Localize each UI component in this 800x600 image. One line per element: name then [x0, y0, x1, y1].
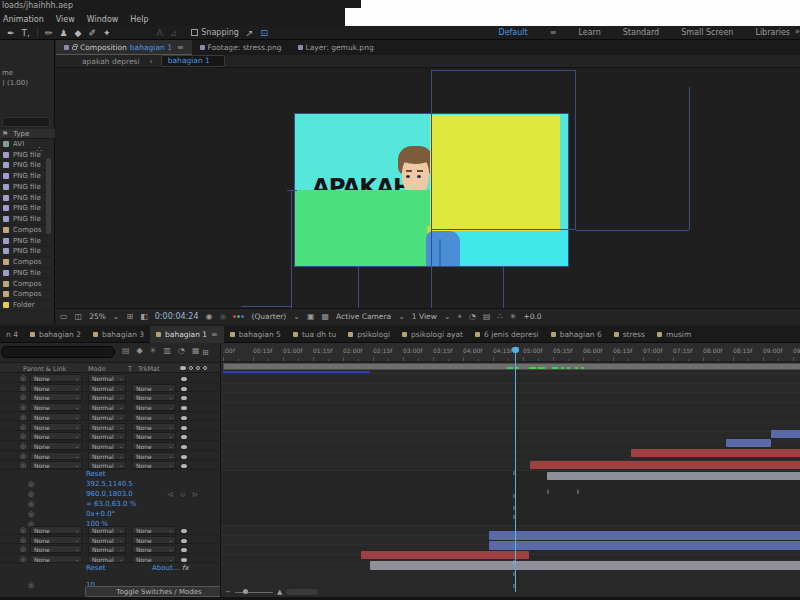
- layer-visibility-icon[interactable]: [181, 416, 187, 420]
- breadcrumb-current-comp[interactable]: bahagian 1: [161, 55, 225, 67]
- camera-view-value[interactable]: Active Camera: [336, 312, 391, 321]
- mask-visibility-icon[interactable]: ◧: [140, 312, 148, 321]
- parent-pickwhip-icon[interactable]: ◎: [20, 384, 26, 392]
- view-layout-chevron-icon[interactable]: ⌄: [444, 312, 451, 321]
- playhead-handle[interactable]: [512, 347, 519, 353]
- trkmat-dropdown[interactable]: None⌄: [132, 536, 176, 544]
- layer-visibility-icon[interactable]: [181, 406, 187, 410]
- parent-pickwhip-icon[interactable]: ◎: [20, 545, 26, 553]
- parent-link-dropdown[interactable]: None⌄: [30, 423, 82, 431]
- timeline-tab-psikologi-ayat[interactable]: psikologi ayat: [396, 326, 469, 343]
- viewer-tab-2[interactable]: Layer: gemuk.png: [290, 40, 382, 55]
- draft-3d-icon[interactable]: ◆: [137, 346, 143, 355]
- anchor-point-value[interactable]: 392.5,1140.5: [86, 480, 133, 488]
- timeline-track-area[interactable]: :00f00:15f01:00f01:15f02:00f02:15f03:00f…: [220, 343, 800, 600]
- shy-layers-icon[interactable]: ✳: [150, 346, 157, 355]
- parent-link-dropdown[interactable]: None⌄: [30, 442, 82, 450]
- parent-link-dropdown[interactable]: None⌄: [30, 545, 82, 553]
- parent-link-dropdown[interactable]: None⌄: [30, 384, 82, 392]
- workspace-default[interactable]: Default: [498, 26, 527, 40]
- blend-mode-dropdown[interactable]: Normal⌄: [88, 432, 126, 440]
- blend-mode-dropdown[interactable]: Normal⌄: [88, 403, 126, 411]
- blend-mode-dropdown[interactable]: Normal⌄: [88, 536, 126, 544]
- zoom-slider-thumb[interactable]: [243, 589, 248, 594]
- blend-mode-dropdown[interactable]: Normal⌄: [88, 413, 126, 421]
- grid-guides-icon[interactable]: ⊞: [127, 312, 134, 321]
- layer-bar[interactable]: [361, 551, 529, 559]
- trkmat-dropdown[interactable]: None⌄: [132, 555, 176, 563]
- fast-previews-icon[interactable]: ◔: [469, 312, 476, 321]
- layer-visibility-icon[interactable]: [181, 377, 187, 381]
- rotation-value[interactable]: 0x+0.0°: [86, 510, 115, 518]
- menu-help[interactable]: Help: [130, 13, 148, 26]
- blend-mode-dropdown[interactable]: Normal⌄: [88, 555, 126, 563]
- timeline-tab-bahagian-2[interactable]: bahagian 2: [24, 326, 87, 343]
- parent-pickwhip-icon[interactable]: ◎: [20, 374, 26, 382]
- workspace-libraries[interactable]: Libraries: [755, 26, 790, 40]
- comp-marker-bin-icon[interactable]: ⊞: [202, 348, 209, 357]
- project-item-row[interactable]: PNG file: [0, 247, 55, 258]
- mode-column-label[interactable]: Mode: [88, 365, 106, 373]
- toggle-switches-modes-button[interactable]: Toggle Switches / Modes: [85, 586, 233, 597]
- scale-value[interactable]: ∞ 63.0,63.0 %: [86, 500, 136, 508]
- layer-visibility-icon[interactable]: [181, 396, 187, 400]
- gizmo-icon[interactable]: ⊡: [260, 26, 268, 40]
- zoom-in-icon[interactable]: ▲: [277, 588, 282, 596]
- workspace-overflow-icon[interactable]: »: [795, 27, 800, 36]
- layer-visibility-icon[interactable]: [181, 455, 187, 459]
- trkmat-dropdown[interactable]: None⌄: [132, 442, 176, 450]
- layer-visibility-icon[interactable]: [181, 464, 187, 468]
- clone-stamp-tool-icon[interactable]: ♟: [59, 26, 67, 40]
- property-stopwatch-icon[interactable]: ◎: [28, 510, 34, 518]
- parent-link-dropdown[interactable]: None⌄: [30, 526, 82, 534]
- project-item-row[interactable]: PNG file: [0, 268, 55, 279]
- frame-blending-icon[interactable]: ▥: [163, 346, 171, 355]
- blend-mode-dropdown[interactable]: Normal⌄: [88, 452, 126, 460]
- view-layout-value[interactable]: 1 View: [412, 312, 437, 321]
- timeline-tab-tua-dh-tu[interactable]: tua dh tu: [287, 326, 342, 343]
- viewer-tab-0[interactable]: Compositionbahagian 1≡: [56, 40, 192, 55]
- timeline-button-icon[interactable]: ▤: [483, 312, 491, 321]
- parent-pickwhip-icon[interactable]: ◎: [20, 413, 26, 421]
- trkmat-dropdown[interactable]: None⌄: [132, 452, 176, 460]
- always-preview-icon[interactable]: ▭: [60, 312, 68, 321]
- blend-mode-dropdown[interactable]: Normal⌄: [88, 526, 126, 534]
- trkmat-dropdown[interactable]: None⌄: [132, 413, 176, 421]
- timeline-tab-psikologi[interactable]: psikologi: [342, 326, 396, 343]
- timeline-tab-stress[interactable]: stress: [608, 326, 651, 343]
- transform-reset-value[interactable]: Reset: [86, 470, 106, 478]
- timeline-tab-bahagian-3[interactable]: bahagian 3: [87, 326, 150, 343]
- puppet-pin-tool-icon[interactable]: ✦: [103, 26, 111, 40]
- type-column-label[interactable]: Type: [13, 130, 29, 138]
- timeline-tab-n-4[interactable]: n 4: [0, 326, 24, 343]
- project-item-row[interactable]: Compos: [0, 257, 55, 268]
- magnification-chevron-icon[interactable]: ⌄: [113, 312, 120, 321]
- t-column-label[interactable]: T: [128, 365, 132, 373]
- layer-bar[interactable]: [771, 430, 800, 438]
- project-item-row[interactable]: Compos: [0, 290, 55, 301]
- time-ruler[interactable]: :00f00:15f01:00f01:15f02:00f02:15f03:00f…: [221, 343, 800, 362]
- layer-visibility-icon[interactable]: [181, 529, 187, 533]
- property-stopwatch-icon[interactable]: ◎: [28, 500, 34, 508]
- layer-visibility-icon[interactable]: [181, 558, 187, 562]
- parent-link-dropdown[interactable]: None⌄: [30, 374, 82, 382]
- layer-bar[interactable]: [547, 472, 800, 480]
- timeline-search-input[interactable]: [1, 346, 115, 358]
- camera-chevron-icon[interactable]: ⌄: [398, 312, 405, 321]
- layer-bar[interactable]: [370, 561, 800, 570]
- trkmat-column-label[interactable]: TrkMat: [138, 365, 160, 373]
- blend-mode-dropdown[interactable]: Normal⌄: [88, 545, 126, 553]
- timeline-tab-6-jenis-depresi[interactable]: 6 jenis depresi: [469, 326, 545, 343]
- blend-mode-dropdown[interactable]: Normal⌄: [88, 374, 126, 382]
- breadcrumb-parent-comp[interactable]: apakah depresi: [82, 57, 140, 66]
- parent-pickwhip-icon[interactable]: ◎: [20, 423, 26, 431]
- current-time-display[interactable]: 0:00:04:24: [155, 312, 199, 321]
- layer-bar[interactable]: [489, 541, 800, 550]
- layer-visibility-icon[interactable]: [181, 435, 187, 439]
- parent-link-column-label[interactable]: Parent & Link: [23, 365, 66, 373]
- exposure-reset-icon[interactable]: ✳: [510, 312, 517, 321]
- keyframe-icon[interactable]: Ⅰ: [547, 489, 552, 495]
- panel-menu-icon[interactable]: ≡: [177, 43, 184, 52]
- blend-mode-dropdown[interactable]: Normal⌄: [88, 442, 126, 450]
- blend-mode-dropdown[interactable]: Normal⌄: [88, 423, 126, 431]
